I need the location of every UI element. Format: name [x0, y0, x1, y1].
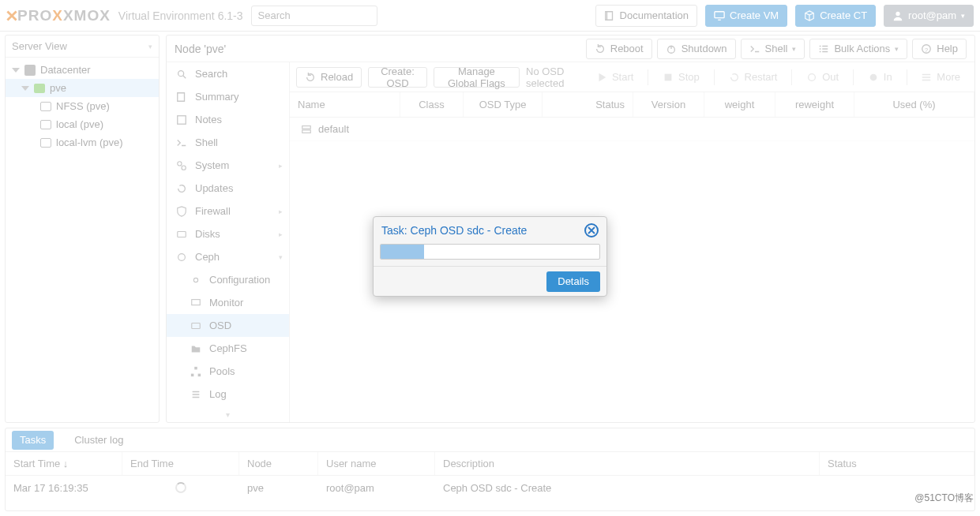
help-button[interactable]: ? Help [912, 39, 967, 59]
power-icon [666, 43, 677, 54]
stop-button[interactable]: Stop [655, 67, 708, 88]
create-ct-button[interactable]: Create CT [795, 5, 876, 27]
node-icon [34, 84, 45, 93]
shutdown-button[interactable]: Shutdown [657, 39, 736, 59]
details-button[interactable]: Details [546, 271, 600, 292]
svg-point-11 [193, 278, 197, 282]
menu-system[interactable]: System▸ [167, 154, 289, 177]
expand-toggle[interactable]: ▾ [167, 406, 289, 422]
col-description[interactable]: Description [435, 452, 820, 475]
start-button[interactable]: Start [588, 67, 641, 88]
col-end-time[interactable]: End Time [122, 452, 239, 475]
menu-ceph-cephfs[interactable]: CephFS [167, 337, 289, 360]
terminal-icon [749, 43, 760, 54]
restart-button[interactable]: Restart [721, 67, 786, 88]
tab-tasks[interactable]: Tasks [12, 431, 54, 450]
shutdown-label: Shutdown [681, 43, 727, 54]
menu-ceph[interactable]: Ceph▾ [167, 245, 289, 268]
col-start-time[interactable]: Start Time ↓ [6, 452, 122, 475]
log-row[interactable]: Mar 17 16:19:35 pve root@pam Ceph OSD sd… [6, 476, 974, 499]
osd-row-default[interactable]: default [290, 118, 974, 141]
svg-rect-17 [665, 73, 672, 80]
node-label: pve [50, 82, 66, 94]
user-label: root@pam [908, 9, 956, 21]
col-name[interactable]: Name [290, 92, 400, 117]
menu-ceph-osd[interactable]: OSD [167, 314, 289, 337]
proxmox-logo: PROXXMOX [6, 7, 111, 24]
col-node[interactable]: Node [239, 452, 318, 475]
tab-label: Cluster log [74, 434, 123, 446]
btn-label: Manage Global Flags [442, 65, 511, 89]
refresh-icon [305, 72, 316, 83]
svg-rect-0 [715, 11, 724, 17]
col-status[interactable]: Status [820, 452, 974, 475]
btn-label: Out [822, 71, 839, 83]
refresh-icon [176, 183, 187, 194]
menu-summary[interactable]: Summary [167, 85, 289, 108]
bulk-actions-button[interactable]: Bulk Actions ▾ [809, 39, 907, 59]
server-view-selector[interactable]: Server View ▾ [6, 36, 159, 58]
tree-storage-local[interactable]: local (pve) [6, 115, 159, 133]
svg-text:?: ? [925, 46, 929, 53]
col-reweight[interactable]: reweight [775, 92, 854, 117]
col-used[interactable]: Used (%) [854, 92, 974, 117]
monitor-icon [714, 10, 725, 21]
tree-datacenter[interactable]: Datacenter [6, 61, 159, 79]
col-version[interactable]: Version [633, 92, 704, 117]
search-input[interactable] [251, 6, 377, 26]
menu-search[interactable]: Search [167, 62, 289, 85]
col-class[interactable]: Class [400, 92, 464, 117]
reboot-button[interactable]: Reboot [586, 39, 652, 59]
svg-rect-12 [192, 299, 201, 305]
col-weight[interactable]: weight [704, 92, 775, 117]
menu-disks[interactable]: Disks▸ [167, 222, 289, 245]
help-icon: ? [921, 43, 932, 54]
menu-label: Shell [195, 136, 218, 148]
logo-text-pro: PRO [17, 7, 52, 24]
ceph-icon [176, 252, 187, 263]
monitor-icon [190, 297, 201, 308]
menu-notes[interactable]: Notes [167, 108, 289, 131]
menu-ceph-configuration[interactable]: Configuration [167, 268, 289, 291]
menu-ceph-pools[interactable]: Pools [167, 360, 289, 383]
more-button[interactable]: More [913, 67, 968, 88]
tree-storage-local-lvm[interactable]: local-lvm (pve) [6, 133, 159, 151]
tab-cluster-log[interactable]: Cluster log [66, 431, 131, 450]
create-vm-label: Create VM [730, 9, 779, 21]
server-tree-panel: Server View ▾ Datacenter pve NFSS (pve) … [5, 35, 160, 423]
menu-ceph-monitor[interactable]: Monitor [167, 291, 289, 314]
btn-label: More [937, 71, 960, 83]
menu-ceph-log[interactable]: Log [167, 383, 289, 406]
circle-out-icon [806, 72, 817, 83]
svg-point-5 [178, 70, 184, 76]
reload-button[interactable]: Reload [296, 67, 362, 88]
documentation-button[interactable]: Documentation [595, 5, 697, 27]
menu-updates[interactable]: Updates [167, 177, 289, 200]
logo-x-icon [6, 10, 17, 21]
ve-version-label: Virtual Environment 6.1-3 [118, 9, 243, 22]
menu-label: System [195, 159, 229, 171]
tree-node-pve[interactable]: pve [6, 79, 159, 97]
list-icon [190, 389, 201, 400]
shell-button[interactable]: Shell ▾ [741, 39, 805, 59]
manage-flags-button[interactable]: Manage Global Flags [434, 67, 520, 88]
out-button[interactable]: Out [798, 67, 847, 88]
in-button[interactable]: In [860, 67, 900, 88]
menu-firewall[interactable]: Firewall▸ [167, 200, 289, 222]
tree-storage-nfss[interactable]: NFSS (pve) [6, 97, 159, 115]
storage-label: local-lvm (pve) [56, 136, 123, 148]
create-vm-button[interactable]: Create VM [705, 5, 787, 27]
hdd-icon [190, 320, 201, 331]
user-menu-button[interactable]: root@pam ▾ [884, 5, 974, 27]
btn-label: In [884, 71, 892, 83]
col-user[interactable]: User name [318, 452, 435, 475]
no-osd-label: No OSD selected [526, 65, 582, 89]
help-label: Help [937, 43, 958, 54]
col-osd-type[interactable]: OSD Type [464, 92, 543, 117]
col-status[interactable]: Status [543, 92, 633, 117]
create-osd-button[interactable]: Create: OSD [368, 67, 427, 88]
menu-shell[interactable]: Shell [167, 131, 289, 154]
close-button[interactable] [584, 223, 599, 237]
folder-icon [190, 343, 201, 354]
svg-rect-21 [302, 129, 311, 133]
